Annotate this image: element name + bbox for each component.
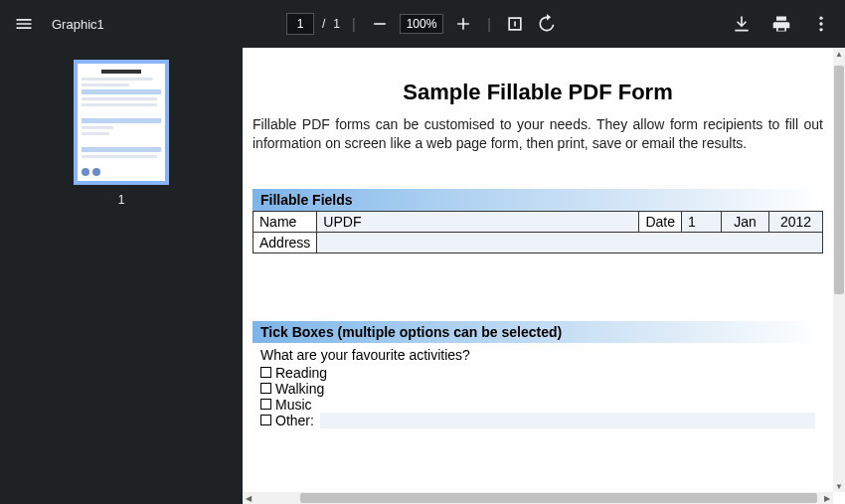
address-field[interactable] [317,232,823,252]
checkbox-label: Reading [275,365,327,381]
rotate-icon[interactable] [535,12,559,36]
zoom-out-icon[interactable] [368,12,392,36]
thumbnail-item[interactable]: 1 [74,60,169,207]
page-thumbnail[interactable] [74,60,169,185]
print-icon[interactable] [769,12,793,36]
scroll-up-arrow-icon[interactable]: ▲ [833,48,845,60]
page-separator: / [322,17,325,31]
section-header-tickboxes: Tick Boxes (multiple options can be sele… [253,321,823,343]
checkbox-other[interactable] [260,415,271,425]
scroll-right-arrow-icon[interactable]: ▶ [821,492,833,504]
checkbox-row: Walking [253,381,823,397]
zoom-level[interactable]: 100% [400,14,444,34]
pdf-toolbar: Graphic1 / 1 | 100% | [0,0,845,48]
checkbox-walking[interactable] [260,383,271,394]
fillable-fields-table: Name UPDF Date 1 Jan 2012 Address [253,211,823,253]
checkbox-label: Walking [275,381,324,397]
date-month-field[interactable]: Jan [722,211,769,232]
name-label: Name [254,211,317,232]
svg-point-0 [819,17,822,20]
pdf-page: Sample Fillable PDF Form Fillable PDF fo… [243,48,833,448]
table-row: Address [254,232,823,252]
date-label: Date [639,211,682,232]
scroll-down-arrow-icon[interactable]: ▼ [833,480,845,492]
more-icon[interactable] [809,12,833,36]
scroll-left-arrow-icon[interactable]: ◀ [243,492,254,504]
vertical-scrollbar[interactable]: ▲ ▼ [833,48,845,492]
checkbox-row: Music [253,397,823,413]
horizontal-scrollbar[interactable]: ◀ ▶ [243,492,833,504]
fit-page-icon[interactable] [503,12,527,36]
document-filename: Graphic1 [52,17,104,32]
address-label: Address [254,232,317,252]
date-day-field[interactable]: 1 [682,211,722,232]
date-year-field[interactable]: 2012 [769,211,823,232]
checkbox-reading[interactable] [260,367,271,378]
question-text: What are your favourite activities? [253,343,823,365]
other-text-field[interactable] [320,413,815,428]
document-viewport: Sample Fillable PDF Form Fillable PDF fo… [243,48,845,504]
thumbnail-number: 1 [118,193,125,207]
page-title: Sample Fillable PDF Form [253,80,823,105]
download-icon[interactable] [730,12,754,36]
thumbnail-sidebar: 1 [0,48,243,504]
checkbox-label: Music [275,397,312,413]
svg-point-1 [819,22,822,25]
menu-icon[interactable] [12,12,36,36]
zoom-in-icon[interactable] [451,12,475,36]
page-total: 1 [333,17,340,31]
checkbox-label: Other: [275,413,314,428]
checkbox-music[interactable] [260,399,271,410]
table-row: Name UPDF Date 1 Jan 2012 [254,211,823,232]
separator: | [487,16,491,32]
checkbox-row: Other: [253,413,823,428]
name-field[interactable]: UPDF [317,211,639,232]
horizontal-scroll-thumb[interactable] [300,493,817,503]
main-area: 1 Sample Fillable PDF Form Fillable PDF … [0,48,845,504]
separator: | [352,16,356,32]
checkbox-row: Reading [253,365,823,381]
intro-paragraph: Fillable PDF forms can be customised to … [253,115,823,153]
svg-point-2 [819,28,822,31]
vertical-scroll-thumb[interactable] [834,66,844,294]
page-number-input[interactable] [286,13,314,35]
section-header-fields: Fillable Fields [253,189,823,211]
